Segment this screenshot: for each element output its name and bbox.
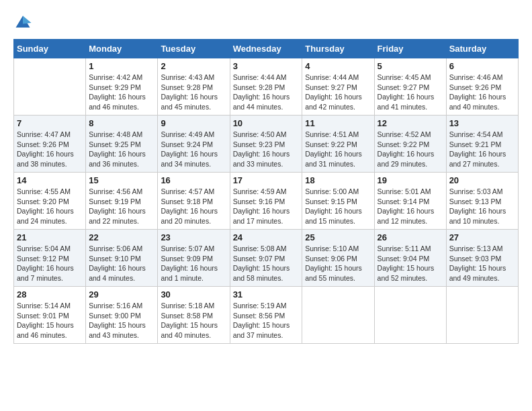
weekday-header-friday: Friday	[374, 40, 446, 58]
calendar-cell: 12Sunrise: 4:52 AMSunset: 9:22 PMDayligh…	[374, 116, 446, 173]
calendar-cell	[446, 287, 518, 344]
day-number: 30	[161, 289, 226, 300]
calendar-cell: 25Sunrise: 5:10 AMSunset: 9:06 PMDayligh…	[302, 230, 374, 287]
day-number: 22	[89, 232, 154, 242]
day-number: 10	[233, 118, 300, 128]
calendar-cell: 1Sunrise: 4:42 AMSunset: 9:29 PMDaylight…	[86, 58, 158, 116]
day-number: 23	[161, 232, 226, 242]
calendar-week-row: 21Sunrise: 5:04 AMSunset: 9:12 PMDayligh…	[14, 230, 519, 287]
day-number: 4	[305, 61, 371, 71]
day-info: Sunrise: 4:51 AMSunset: 9:22 PMDaylight:…	[305, 130, 371, 169]
day-number: 21	[17, 232, 83, 242]
calendar-cell: 17Sunrise: 4:59 AMSunset: 9:16 PMDayligh…	[230, 173, 302, 230]
calendar-cell: 20Sunrise: 5:03 AMSunset: 9:13 PMDayligh…	[446, 173, 518, 230]
calendar-header: SundayMondayTuesdayWednesdayThursdayFrid…	[14, 40, 519, 58]
day-number: 11	[305, 118, 371, 128]
day-info: Sunrise: 5:14 AMSunset: 9:01 PMDaylight:…	[17, 301, 83, 340]
day-info: Sunrise: 4:46 AMSunset: 9:26 PMDaylight:…	[449, 73, 515, 112]
day-info: Sunrise: 4:45 AMSunset: 9:27 PMDaylight:…	[378, 73, 443, 112]
calendar-cell: 13Sunrise: 4:54 AMSunset: 9:21 PMDayligh…	[446, 116, 518, 173]
day-info: Sunrise: 5:11 AMSunset: 9:04 PMDaylight:…	[378, 244, 443, 283]
weekday-header-wednesday: Wednesday	[230, 40, 302, 58]
day-info: Sunrise: 5:06 AMSunset: 9:10 PMDaylight:…	[89, 244, 154, 283]
day-info: Sunrise: 4:48 AMSunset: 9:25 PMDaylight:…	[89, 130, 154, 169]
day-info: Sunrise: 4:54 AMSunset: 9:21 PMDaylight:…	[449, 130, 515, 169]
day-number: 1	[89, 61, 154, 71]
calendar-cell: 9Sunrise: 4:49 AMSunset: 9:24 PMDaylight…	[158, 116, 230, 173]
logo	[13, 13, 35, 32]
calendar-body: 1Sunrise: 4:42 AMSunset: 9:29 PMDaylight…	[14, 58, 519, 344]
day-number: 25	[305, 232, 371, 242]
calendar-week-row: 14Sunrise: 4:55 AMSunset: 9:20 PMDayligh…	[14, 173, 519, 230]
calendar-table: SundayMondayTuesdayWednesdayThursdayFrid…	[13, 39, 519, 344]
calendar-cell: 28Sunrise: 5:14 AMSunset: 9:01 PMDayligh…	[14, 287, 86, 344]
calendar-week-row: 1Sunrise: 4:42 AMSunset: 9:29 PMDaylight…	[14, 58, 519, 116]
day-number: 16	[161, 175, 226, 185]
day-number: 28	[17, 289, 83, 300]
day-number: 29	[89, 289, 154, 300]
calendar-cell: 7Sunrise: 4:47 AMSunset: 9:26 PMDaylight…	[14, 116, 86, 173]
calendar-cell: 2Sunrise: 4:43 AMSunset: 9:28 PMDaylight…	[158, 58, 230, 116]
day-info: Sunrise: 5:16 AMSunset: 9:00 PMDaylight:…	[89, 301, 154, 340]
day-info: Sunrise: 4:56 AMSunset: 9:19 PMDaylight:…	[89, 187, 154, 226]
calendar-cell: 24Sunrise: 5:08 AMSunset: 9:07 PMDayligh…	[230, 230, 302, 287]
logo-icon	[13, 13, 32, 32]
weekday-header-saturday: Saturday	[446, 40, 518, 58]
day-number: 17	[233, 175, 300, 185]
calendar-cell: 23Sunrise: 5:07 AMSunset: 9:09 PMDayligh…	[158, 230, 230, 287]
calendar-cell	[14, 58, 86, 116]
day-number: 5	[378, 61, 443, 71]
day-number: 24	[233, 232, 300, 242]
calendar-cell: 16Sunrise: 4:57 AMSunset: 9:18 PMDayligh…	[158, 173, 230, 230]
calendar-cell: 22Sunrise: 5:06 AMSunset: 9:10 PMDayligh…	[86, 230, 158, 287]
calendar-cell: 11Sunrise: 4:51 AMSunset: 9:22 PMDayligh…	[302, 116, 374, 173]
day-info: Sunrise: 5:01 AMSunset: 9:14 PMDaylight:…	[378, 187, 443, 226]
calendar-cell: 14Sunrise: 4:55 AMSunset: 9:20 PMDayligh…	[14, 173, 86, 230]
day-info: Sunrise: 4:43 AMSunset: 9:28 PMDaylight:…	[161, 73, 226, 112]
day-info: Sunrise: 5:19 AMSunset: 8:56 PMDaylight:…	[233, 301, 300, 340]
day-number: 31	[233, 289, 300, 300]
day-number: 18	[305, 175, 371, 185]
calendar-cell: 21Sunrise: 5:04 AMSunset: 9:12 PMDayligh…	[14, 230, 86, 287]
day-number: 13	[449, 118, 515, 128]
day-info: Sunrise: 5:18 AMSunset: 8:58 PMDaylight:…	[161, 301, 226, 340]
calendar-cell: 4Sunrise: 4:44 AMSunset: 9:27 PMDaylight…	[302, 58, 374, 116]
calendar-cell: 10Sunrise: 4:50 AMSunset: 9:23 PMDayligh…	[230, 116, 302, 173]
day-info: Sunrise: 4:55 AMSunset: 9:20 PMDaylight:…	[17, 187, 83, 226]
header	[13, 13, 519, 32]
day-info: Sunrise: 5:07 AMSunset: 9:09 PMDaylight:…	[161, 244, 226, 283]
day-info: Sunrise: 4:57 AMSunset: 9:18 PMDaylight:…	[161, 187, 226, 226]
day-number: 3	[233, 61, 300, 71]
weekday-header-thursday: Thursday	[302, 40, 374, 58]
calendar-cell	[374, 287, 446, 344]
weekday-header-monday: Monday	[86, 40, 158, 58]
calendar-cell: 8Sunrise: 4:48 AMSunset: 9:25 PMDaylight…	[86, 116, 158, 173]
weekday-header-row: SundayMondayTuesdayWednesdayThursdayFrid…	[14, 40, 519, 58]
calendar-cell: 3Sunrise: 4:44 AMSunset: 9:28 PMDaylight…	[230, 58, 302, 116]
calendar-cell: 15Sunrise: 4:56 AMSunset: 9:19 PMDayligh…	[86, 173, 158, 230]
day-info: Sunrise: 5:03 AMSunset: 9:13 PMDaylight:…	[449, 187, 515, 226]
day-info: Sunrise: 4:50 AMSunset: 9:23 PMDaylight:…	[233, 130, 300, 169]
calendar-cell: 27Sunrise: 5:13 AMSunset: 9:03 PMDayligh…	[446, 230, 518, 287]
day-number: 20	[449, 175, 515, 185]
day-number: 2	[161, 61, 226, 71]
day-number: 8	[89, 118, 154, 128]
day-info: Sunrise: 4:44 AMSunset: 9:28 PMDaylight:…	[233, 73, 300, 112]
calendar-cell	[302, 287, 374, 344]
day-number: 6	[449, 61, 515, 71]
day-info: Sunrise: 4:59 AMSunset: 9:16 PMDaylight:…	[233, 187, 300, 226]
calendar-cell: 26Sunrise: 5:11 AMSunset: 9:04 PMDayligh…	[374, 230, 446, 287]
calendar-cell: 29Sunrise: 5:16 AMSunset: 9:00 PMDayligh…	[86, 287, 158, 344]
day-info: Sunrise: 5:00 AMSunset: 9:15 PMDaylight:…	[305, 187, 371, 226]
day-number: 12	[378, 118, 443, 128]
calendar-cell: 18Sunrise: 5:00 AMSunset: 9:15 PMDayligh…	[302, 173, 374, 230]
day-info: Sunrise: 4:44 AMSunset: 9:27 PMDaylight:…	[305, 73, 371, 112]
calendar-cell: 30Sunrise: 5:18 AMSunset: 8:58 PMDayligh…	[158, 287, 230, 344]
day-info: Sunrise: 4:49 AMSunset: 9:24 PMDaylight:…	[161, 130, 226, 169]
calendar-cell: 5Sunrise: 4:45 AMSunset: 9:27 PMDaylight…	[374, 58, 446, 116]
day-number: 7	[17, 118, 83, 128]
day-info: Sunrise: 5:04 AMSunset: 9:12 PMDaylight:…	[17, 244, 83, 283]
day-number: 19	[378, 175, 443, 185]
calendar-cell: 19Sunrise: 5:01 AMSunset: 9:14 PMDayligh…	[374, 173, 446, 230]
svg-marker-1	[23, 16, 32, 24]
